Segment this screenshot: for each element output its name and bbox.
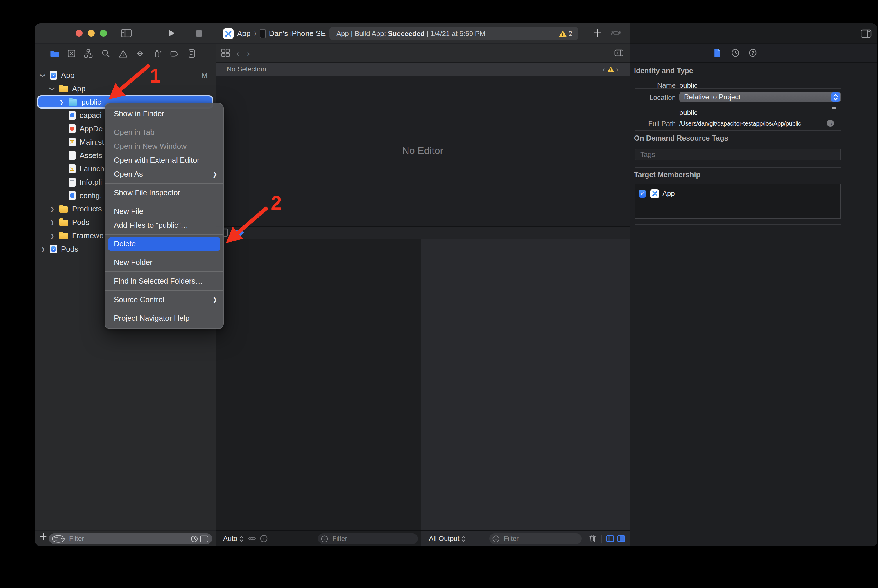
related-items-grid-icon[interactable] <box>221 48 230 57</box>
recents-clock-icon[interactable] <box>191 535 198 542</box>
stop-button[interactable] <box>196 30 202 37</box>
tags-field[interactable] <box>635 149 841 160</box>
xcode-project-icon <box>50 244 57 254</box>
json-file-icon <box>69 111 75 120</box>
warning-count-badge[interactable]: 2 <box>559 27 572 40</box>
menu-item-add-files[interactable]: Add Files to “public”… <box>105 218 223 232</box>
find-navigator-tab[interactable] <box>101 48 111 58</box>
debug-navigator-tab[interactable] <box>152 48 163 58</box>
history-inspector-tab[interactable] <box>731 48 740 57</box>
tree-item-app-folder[interactable]: ❯ App <box>35 82 216 95</box>
membership-checkbox-checked[interactable]: ✓ <box>639 190 646 197</box>
chevron-right-icon[interactable]: ❯ <box>49 233 56 238</box>
menu-item-find-in-selected-folders[interactable]: Find in Selected Folders… <box>105 274 223 288</box>
file-inspector-tab[interactable] <box>714 48 721 57</box>
menu-separator <box>105 183 223 184</box>
menu-separator <box>105 290 223 291</box>
updown-chevrons-icon <box>461 536 465 542</box>
add-editor-icon[interactable] <box>614 48 624 57</box>
code-review-arrows-icon[interactable] <box>610 28 622 38</box>
show-console-view-icon[interactable] <box>617 535 625 542</box>
chevron-down-icon[interactable]: ❯ <box>50 85 55 92</box>
menu-item-show-file-inspector[interactable]: Show File Inspector <box>105 186 223 200</box>
variables-filter-field[interactable] <box>318 533 418 544</box>
symbol-navigator-tab[interactable] <box>83 48 93 58</box>
forward-chevron-icon[interactable]: › <box>247 48 250 58</box>
location-dropdown[interactable]: Relative to Project <box>679 92 841 102</box>
chevron-right-icon[interactable]: ❯ <box>39 246 47 252</box>
menu-item-project-navigator-help[interactable]: Project Navigator Help <box>105 311 223 325</box>
membership-row-app[interactable]: ✓ App <box>635 187 840 200</box>
chevron-right-icon[interactable]: ❯ <box>49 206 56 212</box>
help-inspector-tab[interactable]: ? <box>749 48 757 57</box>
navigator-tab-bar <box>35 44 216 63</box>
jump-bar[interactable]: No Selection ‹ › <box>216 63 630 76</box>
console-scope-button[interactable]: All Output <box>429 534 465 543</box>
dropdown-stepper-icon <box>831 92 840 102</box>
source-control-navigator-tab[interactable] <box>66 48 77 58</box>
scheme-selector[interactable]: App 〉 Dan's iPhone SE <box>223 23 326 44</box>
menu-item-open-with-external-editor[interactable]: Open with External Editor <box>105 153 223 167</box>
menu-item-new-folder[interactable]: New Folder <box>105 255 223 269</box>
toggle-inspector-icon[interactable] <box>861 29 872 38</box>
goto-path-arrow-icon[interactable]: → <box>827 120 834 127</box>
test-navigator-tab[interactable] <box>135 48 145 58</box>
warning-icon <box>559 30 566 37</box>
quicklook-eye-icon[interactable] <box>248 534 256 543</box>
console-filter-input[interactable] <box>503 534 582 543</box>
activity-status[interactable]: App | Build App: Succeeded | 1/4/21 at 5… <box>329 27 578 40</box>
app-target-icon <box>650 189 659 198</box>
navigator-filter-field[interactable] <box>49 533 212 544</box>
app-target-icon <box>223 28 234 39</box>
flags-plus-minus-icon[interactable] <box>200 535 209 542</box>
add-file-button[interactable] <box>39 533 47 540</box>
breakpoints-toggle-icon[interactable] <box>235 229 244 236</box>
menu-item-open-in-tab: Open in Tab <box>105 125 223 139</box>
variables-filter-input[interactable] <box>331 534 418 543</box>
console-filter-field[interactable] <box>489 533 582 544</box>
menu-item-delete[interactable]: Delete <box>108 237 220 251</box>
menu-item-open-as[interactable]: Open As❯ <box>105 167 223 181</box>
run-button[interactable] <box>168 29 176 37</box>
minimize-button[interactable] <box>88 30 95 37</box>
issue-navigator-tab[interactable] <box>118 48 128 58</box>
info-icon[interactable] <box>260 534 268 543</box>
editor-inspector-divider[interactable] <box>630 23 630 546</box>
menu-item-show-in-finder[interactable]: Show in Finder <box>105 106 223 121</box>
breakpoint-navigator-tab[interactable] <box>169 48 180 58</box>
chevron-down-icon[interactable]: ❯ <box>40 72 46 79</box>
issue-prev-chevron[interactable]: ‹ <box>603 65 605 74</box>
issue-next-chevron[interactable]: › <box>615 65 618 74</box>
console-view[interactable] <box>421 239 630 531</box>
status-time: | 1/4/21 at 5:59 PM <box>425 29 485 38</box>
tree-item-app-project[interactable]: ❯ App M <box>35 69 216 82</box>
public-folder-icon <box>69 99 77 106</box>
variables-view[interactable] <box>216 239 421 531</box>
tags-input[interactable] <box>639 150 840 159</box>
menu-item-new-file[interactable]: New File <box>105 204 223 218</box>
navigator-filter-input[interactable] <box>68 534 191 543</box>
toggle-navigator-icon[interactable] <box>121 28 132 38</box>
submenu-chevron-icon: ❯ <box>212 171 217 177</box>
library-plus-button[interactable] <box>593 28 602 37</box>
target-membership-box: ✓ App <box>635 184 841 219</box>
menu-item-source-control[interactable]: Source Control❯ <box>105 292 223 306</box>
trash-icon[interactable] <box>588 534 597 543</box>
chevron-right-icon[interactable]: ❯ <box>58 99 65 105</box>
maximize-button[interactable] <box>100 30 107 37</box>
scm-status-badge: M <box>202 71 207 79</box>
project-navigator-tab[interactable] <box>49 48 59 58</box>
window-titlebar[interactable]: App 〉 Dan's iPhone SE App | Build App: S… <box>35 23 630 44</box>
menu-separator <box>105 234 223 235</box>
report-navigator-tab[interactable] <box>186 48 197 58</box>
svg-text:?: ? <box>751 51 754 56</box>
variables-scope-button[interactable]: Auto <box>223 534 243 543</box>
membership-heading: Target Membership <box>634 171 701 179</box>
menu-separator <box>105 272 223 272</box>
warning-icon[interactable] <box>607 66 614 72</box>
back-chevron-icon[interactable]: ‹ <box>237 48 239 58</box>
close-button[interactable] <box>75 30 83 37</box>
debug-pane-divider[interactable] <box>421 239 421 546</box>
chevron-right-icon[interactable]: ❯ <box>49 219 56 225</box>
show-variables-view-icon[interactable] <box>606 535 614 542</box>
